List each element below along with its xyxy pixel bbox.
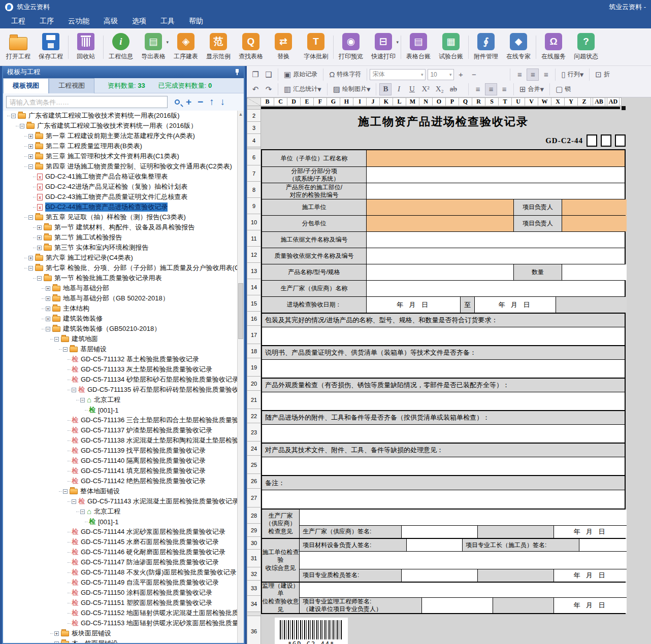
menu-item-4[interactable]: 选项: [125, 15, 153, 27]
align-middle-icon[interactable]: ≡: [527, 69, 539, 81]
tree-item-25[interactable]: 检GD-C5-711133 灰土垫层检验批质量验收记录: [3, 364, 244, 375]
toolbar-button-font-batch-brush[interactable]: T字体批刷: [300, 31, 332, 63]
tree-item-2[interactable]: +第一章 工程建设前期主要法定基建程序文件(A类表): [3, 131, 244, 141]
dropdown-caret-icon[interactable]: ▾: [166, 40, 169, 45]
original-record-button[interactable]: ▣原始记录: [281, 69, 320, 81]
tree-item-40[interactable]: 检[001]-1: [3, 517, 244, 527]
expand-icon[interactable]: +: [54, 631, 59, 636]
collapse-icon[interactable]: −: [28, 266, 33, 270]
tree-item-46[interactable]: 检GD-C5-711149 自流平面层检验批质量验收记录: [3, 578, 244, 588]
column-header-Y[interactable]: Y: [565, 97, 578, 106]
row-header-12[interactable]: 12: [247, 247, 261, 263]
column-header-H[interactable]: H: [340, 97, 353, 106]
row-header-26[interactable]: 26: [247, 474, 261, 489]
row-header-15[interactable]: 15: [247, 295, 261, 312]
special-char-button[interactable]: Ω特殊字符: [327, 69, 364, 81]
row-header-11[interactable]: 11: [247, 230, 261, 247]
acceptance-basis-input[interactable]: [366, 248, 625, 264]
expand-icon[interactable]: +: [54, 641, 59, 643]
toolbar-button-export-table[interactable]: ▤▾导出表格: [137, 31, 170, 63]
toolbar-button-table-ledger[interactable]: ▤表格台账: [402, 31, 435, 63]
row-header-29[interactable]: 29: [247, 524, 261, 537]
tree-item-22[interactable]: −建筑地面: [3, 334, 244, 344]
expand-icon[interactable]: +: [28, 154, 33, 159]
project-leader-input-1[interactable]: [562, 199, 627, 215]
row-header-28[interactable]: 28: [247, 507, 261, 524]
column-header-O[interactable]: O: [433, 97, 446, 106]
align-top-icon[interactable]: ≡: [513, 69, 526, 81]
font-smaller-button[interactable]: −: [468, 69, 480, 81]
expand-icon[interactable]: +: [37, 246, 42, 250]
tree-item-35[interactable]: 检GD-C5-711141 填充层检验批质量验收记录: [3, 466, 244, 476]
quality-inspector-sign-date[interactable]: 年 月 日: [554, 569, 627, 582]
toolbar-button-online-service[interactable]: Ω在线服务: [537, 31, 570, 63]
row-header-32[interactable]: 32: [247, 567, 261, 581]
column-header-N[interactable]: N: [419, 97, 433, 106]
column-header-I[interactable]: I: [353, 97, 367, 106]
tree-item-24[interactable]: 检GD-C5-711132 基土检验批质量验收记录: [3, 354, 244, 364]
column-header-F[interactable]: F: [314, 97, 327, 106]
collapse-icon[interactable]: −: [37, 276, 42, 281]
tree-item-27[interactable]: −检GD-C5-711135 碎石垫层和碎砖垫层检验批质量验收记录: [3, 385, 244, 395]
collapse-icon[interactable]: −: [54, 337, 59, 342]
toolbar-button-quick-print[interactable]: ⊟▾快速打印: [367, 31, 400, 63]
tree-item-42[interactable]: 检GD-C5-711145 水磨石面层检验批质量验收记录: [3, 537, 244, 547]
tree-item-11[interactable]: +第一节 建筑材料、构配件、设备及器具检验报告: [3, 222, 244, 232]
select-all-corner[interactable]: [247, 97, 261, 106]
expand-icon[interactable]: +: [46, 286, 50, 291]
tree-item-12[interactable]: +第二节 施工试检验报告: [3, 232, 244, 243]
collapse-icon[interactable]: −: [80, 510, 85, 514]
tree-item-36[interactable]: 检GD-C5-711142 绝热层检验批质量验收记录: [3, 476, 244, 486]
paste-button[interactable]: ❑: [263, 69, 275, 81]
row-header-9[interactable]: 9: [247, 198, 261, 214]
collapse-icon[interactable]: −: [63, 347, 68, 352]
tree-item-26[interactable]: 检GD-C5-711134 砂垫层和砂石垫层检验批质量验收记录: [3, 375, 244, 385]
tree-item-52[interactable]: +木、竹面层铺设: [3, 638, 244, 643]
unit-project-name-input[interactable]: [366, 150, 625, 166]
dropdown-caret-icon[interactable]: ▾: [396, 40, 399, 45]
column-header-S[interactable]: S: [485, 97, 499, 106]
pin-icon[interactable]: [235, 69, 240, 75]
fold-button[interactable]: ⊡折: [593, 69, 612, 81]
summary-stats-button[interactable]: ▥汇总统计▾: [281, 83, 324, 95]
tree-item-44[interactable]: 检GD-C5-711147 防油渗面层检验批质量验收记录: [3, 557, 244, 567]
move-up-icon[interactable]: ↑: [209, 97, 214, 107]
tree-item-43[interactable]: 检GD-C5-711146 硬化耐磨面层检验批质量验收记录: [3, 547, 244, 557]
font-name-select[interactable]: 宋体▾: [370, 69, 426, 80]
toolbar-button-open-project[interactable]: 打开工程: [2, 31, 35, 63]
row-header-30[interactable]: 30: [247, 537, 261, 550]
toolbar-button-attachment-manager[interactable]: ∮附件管理: [470, 31, 502, 63]
tree-item-31[interactable]: 检GD-C5-711137 炉渣垫层检验批质量验收记录: [3, 425, 244, 435]
column-header-G[interactable]: G: [327, 97, 340, 106]
row-header-14[interactable]: 14: [247, 279, 261, 295]
column-header-B[interactable]: B: [261, 97, 274, 106]
tree-item-48[interactable]: 检GD-C5-711151 塑胶面层检验批质量验收记录: [3, 598, 244, 608]
row-header-22[interactable]: 22: [247, 409, 261, 423]
row-header-36[interactable]: 36: [247, 616, 261, 644]
quality-inspector-sign-input[interactable]: [401, 569, 477, 582]
row-header-6[interactable]: 6: [247, 149, 261, 165]
remove-icon[interactable]: −: [198, 97, 203, 107]
tree-item-4[interactable]: +第三章 施工管理和技术文件资料用表(C1类表): [3, 151, 244, 161]
supervision-opinion-input[interactable]: [300, 583, 627, 597]
product-name-input[interactable]: [366, 264, 513, 280]
menu-item-0[interactable]: 工程: [4, 15, 32, 27]
search-input[interactable]: [6, 96, 168, 108]
row-header-17[interactable]: 17: [247, 326, 261, 344]
tree-item-17[interactable]: +地基与基础分部: [3, 283, 244, 293]
column-header-X[interactable]: X: [551, 97, 565, 106]
sheet-canvas[interactable]: 施工物资产品进场检查验收记录 GD-C2-44 单位（子单位）工程名称 分部/子…: [261, 106, 651, 644]
expand-icon[interactable]: +: [28, 256, 33, 260]
tree-item-20[interactable]: +建筑装饰装修: [3, 314, 244, 324]
search-icon[interactable]: [175, 99, 180, 105]
align-bottom-icon[interactable]: ≡: [540, 69, 552, 81]
row-header-33[interactable]: 33: [247, 581, 261, 596]
row-header-34[interactable]: 34: [247, 596, 261, 612]
column-header-V[interactable]: V: [525, 97, 538, 106]
tree-item-9[interactable]: xGD-C2-44施工物资产品进场检查验收记录: [3, 202, 244, 212]
column-header-L[interactable]: L: [393, 97, 406, 106]
merge-button[interactable]: ⊞合并▾: [517, 83, 546, 95]
column-header-D[interactable]: D: [287, 97, 301, 106]
toolbar-button-replace[interactable]: ⇄替换: [267, 31, 300, 63]
tree-item-19[interactable]: +主体结构: [3, 303, 244, 314]
